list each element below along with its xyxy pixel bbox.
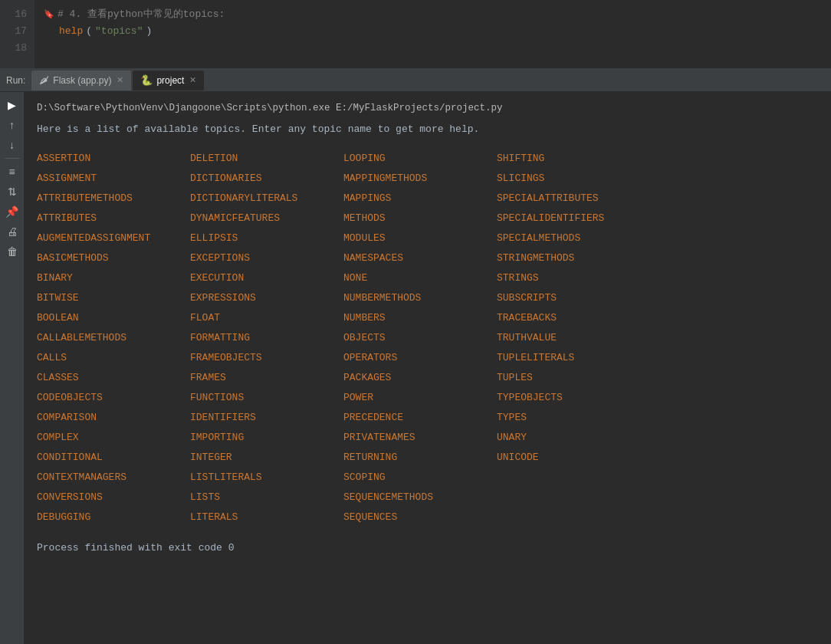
topic-item[interactable]: BOOLEAN bbox=[37, 308, 190, 328]
paren-close: ) bbox=[146, 23, 152, 40]
topic-item[interactable]: IMPORTING bbox=[190, 428, 343, 448]
topic-item[interactable]: BINARY bbox=[37, 268, 190, 288]
topic-item[interactable]: NONE bbox=[343, 268, 497, 288]
topic-item[interactable]: ASSERTION bbox=[37, 149, 190, 169]
topic-item[interactable]: CLASSES bbox=[37, 368, 190, 388]
topic-item[interactable]: ATTRIBUTEMETHODS bbox=[37, 189, 190, 209]
topic-item[interactable]: FRAMES bbox=[190, 368, 343, 388]
project-icon: 🐍 bbox=[140, 74, 153, 86]
topic-item[interactable]: MODULES bbox=[343, 228, 497, 248]
topic-item[interactable]: STRINGS bbox=[497, 268, 650, 288]
string-topics: "topics" bbox=[95, 23, 143, 40]
topic-item[interactable]: EXECUTION bbox=[190, 268, 343, 288]
topic-item[interactable]: SUBSCRIPTS bbox=[497, 288, 650, 308]
topic-item[interactable] bbox=[497, 508, 650, 527]
topic-item[interactable]: TRACEBACKS bbox=[497, 308, 650, 328]
paren-open: ( bbox=[86, 23, 92, 40]
topic-item[interactable] bbox=[497, 468, 650, 488]
topic-item[interactable]: SCOPING bbox=[343, 468, 497, 488]
topic-item[interactable]: DEBUGGING bbox=[37, 508, 190, 527]
topic-item[interactable]: EXPRESSIONS bbox=[190, 288, 343, 308]
topic-item[interactable]: STRINGMETHODS bbox=[497, 248, 650, 268]
topic-item[interactable]: NUMBERS bbox=[343, 308, 497, 328]
topic-item[interactable]: COMPLEX bbox=[37, 428, 190, 448]
topic-item[interactable]: DELETION bbox=[190, 149, 343, 169]
topic-item[interactable]: UNARY bbox=[497, 428, 650, 448]
topic-item[interactable]: POWER bbox=[343, 388, 497, 408]
topics-grid: ASSERTIONDELETIONLOOPINGSHIFTINGASSIGNME… bbox=[37, 149, 819, 527]
topic-item[interactable]: SPECIALIDENTIFIERS bbox=[497, 209, 650, 228]
left-sidebar: ▶ ↑ ↓ ≡ ⇅ 📌 🖨 🗑 bbox=[0, 92, 25, 644]
topic-item[interactable]: OBJECTS bbox=[343, 328, 497, 348]
topic-item[interactable]: BITWISE bbox=[37, 288, 190, 308]
print-button[interactable]: 🖨 bbox=[2, 223, 22, 240]
menu-button[interactable]: ≡ bbox=[2, 163, 22, 180]
topic-item[interactable]: CALLABLEMETHODS bbox=[37, 328, 190, 348]
topic-item[interactable]: SPECIALATTRIBUTES bbox=[497, 189, 650, 209]
topic-item[interactable]: TYPEOBJECTS bbox=[497, 388, 650, 408]
topic-item[interactable]: SPECIALMETHODS bbox=[497, 228, 650, 248]
topic-item[interactable]: FLOAT bbox=[190, 308, 343, 328]
line-numbers: 16 17 18 bbox=[0, 0, 34, 68]
topic-item[interactable]: METHODS bbox=[343, 209, 497, 228]
topic-item[interactable]: TUPLES bbox=[497, 368, 650, 388]
topic-item[interactable]: ELLIPSIS bbox=[190, 228, 343, 248]
topic-item[interactable]: RETURNING bbox=[343, 448, 497, 468]
tab-flask-close[interactable]: ✕ bbox=[117, 75, 123, 85]
topic-item[interactable]: UNICODE bbox=[497, 448, 650, 468]
topic-item[interactable]: NAMESPACES bbox=[343, 248, 497, 268]
sort-button[interactable]: ⇅ bbox=[2, 183, 22, 200]
topic-item[interactable]: LISTLITERALS bbox=[190, 468, 343, 488]
topic-item[interactable]: SEQUENCEMETHODS bbox=[343, 488, 497, 508]
topic-item[interactable]: MAPPINGMETHODS bbox=[343, 169, 497, 189]
tab-project[interactable]: 🐍 project ✕ bbox=[133, 71, 204, 90]
topic-item[interactable]: SLICINGS bbox=[497, 169, 650, 189]
topic-item[interactable]: CODEOBJECTS bbox=[37, 388, 190, 408]
topic-item[interactable]: LOOPING bbox=[343, 149, 497, 169]
topic-item[interactable]: MAPPINGS bbox=[343, 189, 497, 209]
topic-item[interactable]: TUPLELITERALS bbox=[497, 348, 650, 368]
topic-item[interactable]: LISTS bbox=[190, 488, 343, 508]
topic-item[interactable]: LITERALS bbox=[190, 508, 343, 527]
topic-item[interactable]: SEQUENCES bbox=[343, 508, 497, 527]
delete-button[interactable]: 🗑 bbox=[2, 243, 22, 260]
tab-project-close[interactable]: ✕ bbox=[189, 75, 196, 85]
topic-item[interactable]: SHIFTING bbox=[497, 149, 650, 169]
topic-item[interactable]: PACKAGES bbox=[343, 368, 497, 388]
topic-item[interactable]: PRIVATENAMES bbox=[343, 428, 497, 448]
topic-item[interactable]: FORMATTING bbox=[190, 328, 343, 348]
topic-item[interactable]: COMPARISON bbox=[37, 408, 190, 428]
topic-item[interactable]: DICTIONARIES bbox=[190, 169, 343, 189]
topic-item[interactable]: CALLS bbox=[37, 348, 190, 368]
topic-item[interactable]: BASICMETHODS bbox=[37, 248, 190, 268]
topic-item[interactable]: DICTIONARYLITERALS bbox=[190, 189, 343, 209]
topic-item[interactable]: AUGMENTEDASSIGNMENT bbox=[37, 228, 190, 248]
topic-item[interactable]: ATTRIBUTES bbox=[37, 209, 190, 228]
topic-item[interactable]: FRAMEOBJECTS bbox=[190, 348, 343, 368]
topic-item[interactable]: CONTEXTMANAGERS bbox=[37, 468, 190, 488]
topic-item[interactable]: NUMBERMETHODS bbox=[343, 288, 497, 308]
topic-item[interactable]: DYNAMICFEATURES bbox=[190, 209, 343, 228]
console-intro: Here is a list of available topics. Ente… bbox=[37, 121, 819, 138]
topic-item[interactable]: INTEGER bbox=[190, 448, 343, 468]
keyword-help: help bbox=[59, 23, 83, 40]
pin-button[interactable]: 📌 bbox=[2, 203, 22, 220]
run-button[interactable]: ▶ bbox=[2, 97, 22, 113]
topic-item[interactable]: TYPES bbox=[497, 408, 650, 428]
run-label: Run: bbox=[6, 75, 25, 86]
topic-item[interactable]: CONVERSIONS bbox=[37, 488, 190, 508]
topic-item[interactable]: CONDITIONAL bbox=[37, 448, 190, 468]
scroll-up-button[interactable]: ↑ bbox=[2, 117, 22, 133]
topic-item[interactable]: PRECEDENCE bbox=[343, 408, 497, 428]
topic-item[interactable]: FUNCTIONS bbox=[190, 388, 343, 408]
topic-item[interactable]: ASSIGNMENT bbox=[37, 169, 190, 189]
topic-item[interactable]: EXCEPTIONS bbox=[190, 248, 343, 268]
topic-item[interactable] bbox=[497, 488, 650, 508]
tab-flask[interactable]: 🌶 Flask (app.py) ✕ bbox=[31, 71, 131, 90]
topic-item[interactable]: OPERATORS bbox=[343, 348, 497, 368]
topic-item[interactable]: IDENTIFIERS bbox=[190, 408, 343, 428]
topic-item[interactable]: TRUTHVALUE bbox=[497, 328, 650, 348]
code-content: 🔖 # 4. 查看python中常见的topics: help("topics"… bbox=[34, 0, 831, 68]
scroll-down-button[interactable]: ↓ bbox=[2, 136, 22, 153]
run-toolbar: Run: 🌶 Flask (app.py) ✕ 🐍 project ✕ bbox=[0, 69, 831, 92]
